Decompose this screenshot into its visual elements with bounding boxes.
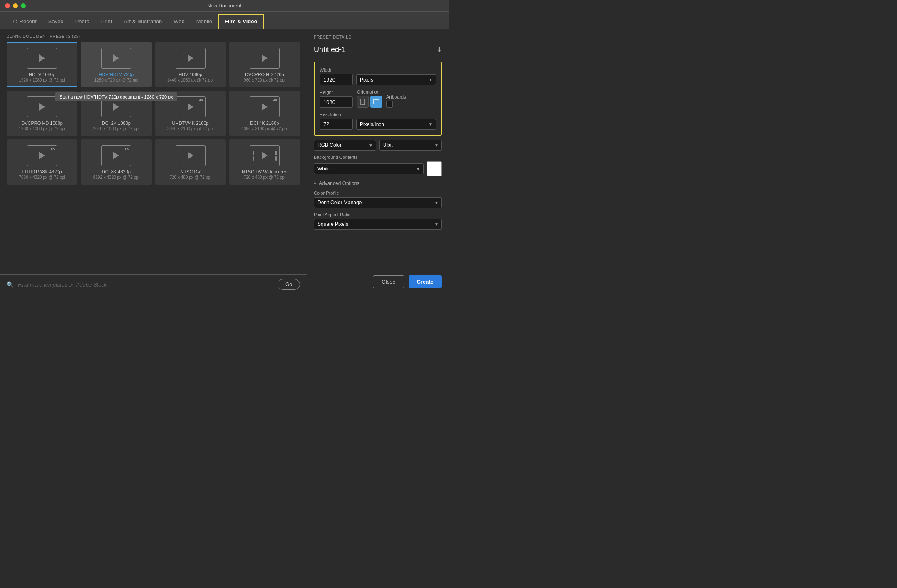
go-button[interactable]: Go <box>278 279 300 290</box>
color-profile-field: Color Profile Don't Color Manage sRGB IE… <box>314 190 442 208</box>
pixel-ratio-select[interactable]: Square Pixels D1/DV NTSC (0.91) D1/DV NT… <box>314 219 442 230</box>
preset-name-dvcprohd1080p: DVCPRO HD 1080p <box>21 121 63 126</box>
color-profile-select[interactable]: Don't Color Manage sRGB IEC61966-2.1 Ado… <box>314 197 442 208</box>
color-mode-select[interactable]: RGB Color CMYK Color Lab Color Grayscale <box>314 140 376 151</box>
preset-dims-hdtv1080p: 1920 x 1080 px @ 72 ppi <box>19 78 65 82</box>
create-button[interactable]: Create <box>409 275 442 288</box>
preset-icon-hdv1080p <box>176 48 206 69</box>
height-field: Height <box>320 90 353 108</box>
preset-icon-uhdtv4k2160p: 4K <box>176 96 206 117</box>
landscape-button[interactable] <box>370 96 382 108</box>
preset-name-dci2k1080p: DCI 2K 1080p <box>102 121 131 126</box>
height-input[interactable] <box>320 96 353 108</box>
preset-dims-ntscdvwide: 720 x 480 px @ 72 ppi <box>244 175 285 180</box>
svg-rect-1 <box>373 100 379 104</box>
color-mode-row: RGB Color CMYK Color Lab Color Grayscale… <box>314 140 442 151</box>
preset-dvcprohd720p[interactable]: DVCPRO HD 720p 960 x 720 px @ 72 ppi <box>229 42 300 87</box>
preset-fuhdtv8k4320p[interactable]: 8K FUHDTV/8K 4320p 7680 x 4320 px @ 72 p… <box>7 139 77 185</box>
tab-saved[interactable]: Saved <box>42 15 69 29</box>
tab-mobile[interactable]: Mobile <box>191 15 218 29</box>
search-icon: 🔍 <box>7 281 14 288</box>
presets-header: BLANK DOCUMENT PRESETS (25) <box>0 29 307 42</box>
preset-icon-hdtv1080p <box>27 48 57 69</box>
play-icon <box>262 152 268 159</box>
advanced-options-toggle[interactable]: ▾ Advanced Options <box>314 180 442 186</box>
bg-contents-select[interactable]: White Black Background Color Transparent… <box>314 163 424 174</box>
preset-dims-dvcprohd1080p: 1280 x 1080 px @ 72 ppi <box>19 126 65 131</box>
preset-details-label: PRESET DETAILS <box>314 35 442 40</box>
maximize-window-button[interactable] <box>21 3 26 8</box>
color-profile-select-wrap: Don't Color Manage sRGB IEC61966-2.1 Ado… <box>314 197 442 208</box>
artboards-checkbox[interactable] <box>386 101 393 108</box>
close-button[interactable]: Close <box>373 275 404 288</box>
preset-dims-hdvhdtv720p: 1280 x 720 px @ 72 ppi <box>94 78 138 82</box>
tab-print[interactable]: Print <box>95 15 118 29</box>
preset-ntscdvwide[interactable]: NTSC DV Widescreen 720 x 480 px @ 72 ppi <box>229 139 300 185</box>
preset-dci2k1080p[interactable]: 2K DCI 2K 1080p 2048 x 1080 px @ 72 ppi <box>81 91 151 136</box>
document-name-input[interactable] <box>314 45 436 54</box>
save-preset-icon[interactable]: ⬇ <box>436 46 442 54</box>
preset-dims-dci4k2160p: 4096 x 2160 px @ 72 ppi <box>241 126 287 131</box>
preset-name-dci8k4320p: DCI 8K 4320p <box>102 169 131 174</box>
search-input-placeholder[interactable]: Find more templates on Adobe Stock <box>18 282 273 288</box>
tab-photo[interactable]: Photo <box>69 15 95 29</box>
width-label: Width <box>320 67 436 72</box>
preset-name-dvcprohd720p: DVCPRO HD 720p <box>245 72 284 77</box>
preset-dci4k2160p[interactable]: 4K DCI 4K 2160p 4096 x 2160 px @ 72 ppi <box>229 91 300 136</box>
height-orientation-row: Height Orientation <box>320 89 436 108</box>
main-layout: BLANK DOCUMENT PRESETS (25) HDTV 1080p 1… <box>0 29 448 294</box>
tab-recent[interactable]: ⏱ Recent <box>7 15 42 29</box>
preset-icon-dci8k4320p: 8K <box>101 145 131 166</box>
resolution-input[interactable] <box>320 119 353 130</box>
tab-web[interactable]: Web <box>168 15 191 29</box>
color-profile-label: Color Profile <box>314 190 442 195</box>
presets-grid: HDTV 1080p 1920 x 1080 px @ 72 ppi HDV/H… <box>0 42 307 274</box>
play-icon <box>39 54 45 62</box>
bottom-buttons: Close Create <box>314 271 442 288</box>
preset-dims-dvcprohd720p: 960 x 720 px @ 72 ppi <box>244 78 285 82</box>
preset-hdtv1080p[interactable]: HDTV 1080p 1920 x 1080 px @ 72 ppi <box>7 42 77 87</box>
preset-hdvhdtv720p[interactable]: HDV/HDTV 720p 1280 x 720 px @ 72 ppi Sta… <box>81 42 151 87</box>
height-orient-row: Height Orientation <box>320 89 436 108</box>
orientation-field: Orientation <box>357 89 382 108</box>
close-window-button[interactable] <box>5 3 10 8</box>
bg-contents-row: White Black Background Color Transparent… <box>314 161 442 176</box>
preset-uhdtv4k2160p[interactable]: 4K UHDTV/4K 2160p 3840 x 2160 px @ 72 pp… <box>155 91 226 136</box>
resolution-field: Resolution Pixels/Inch Pixels/Centimeter… <box>320 112 436 130</box>
preset-ntscdv[interactable]: NTSC DV 720 x 480 px @ 72 ppi <box>155 139 226 185</box>
bg-contents-select-wrap: White Black Background Color Transparent… <box>314 163 424 174</box>
preset-dims-dci2k1080p: 2048 x 1080 px @ 72 ppi <box>93 126 139 131</box>
bg-color-swatch[interactable] <box>427 161 442 176</box>
badge-4k-dci: 4K <box>273 98 278 102</box>
dimensions-box: Width Pixels Inches Centimeters Millimet… <box>314 62 442 136</box>
width-row: Pixels Inches Centimeters Millimeters ▼ <box>320 74 436 85</box>
titlebar: New Document <box>0 0 448 12</box>
portrait-icon <box>360 99 365 105</box>
portrait-button[interactable] <box>357 96 369 108</box>
preset-dims-hdv1080p: 1440 x 1080 px @ 72 ppi <box>167 78 213 82</box>
preset-name-fuhdtv8k4320p: FUHDTV/8K 4320p <box>22 169 62 174</box>
window-title: New Document <box>207 3 241 9</box>
width-unit-select[interactable]: Pixels Inches Centimeters Millimeters <box>356 74 436 85</box>
preset-dims-ntscdv: 720 x 480 px @ 72 ppi <box>170 175 211 180</box>
preset-dci8k4320p[interactable]: 8K DCI 8K 4320p 8192 x 4320 px @ 72 ppi <box>81 139 151 185</box>
preset-name-ntscdvwide: NTSC DV Widescreen <box>242 169 287 174</box>
preset-name-ntscdv: NTSC DV <box>180 169 200 174</box>
bit-depth-select-wrap: 8 bit 16 bit 32 bit ▼ <box>379 140 442 151</box>
preset-dvcprohd1080p[interactable]: DVCPRO HD 1080p 1280 x 1080 px @ 72 ppi <box>7 91 77 136</box>
resolution-unit-select[interactable]: Pixels/Inch Pixels/Centimeter <box>356 119 436 130</box>
tab-film-video[interactable]: Film & Video <box>218 14 264 29</box>
right-panel: PRESET DETAILS ⬇ Width Pixels Inches Cen… <box>307 29 448 294</box>
tab-art-illustration[interactable]: Art & Illustration <box>118 15 168 29</box>
resolution-unit-select-wrap: Pixels/Inch Pixels/Centimeter ▼ <box>356 119 436 130</box>
preset-icon-dvcprohd720p <box>250 48 280 69</box>
orientation-label: Orientation <box>357 89 382 94</box>
bit-depth-select[interactable]: 8 bit 16 bit 32 bit <box>379 140 442 151</box>
preset-icon-fuhdtv8k4320p: 8K <box>27 145 57 166</box>
minimize-window-button[interactable] <box>13 3 18 8</box>
preset-icon-dvcprohd1080p <box>27 96 57 117</box>
width-input[interactable] <box>320 74 353 85</box>
play-icon <box>113 103 119 111</box>
preset-hdv1080p[interactable]: HDV 1080p 1440 x 1080 px @ 72 ppi <box>155 42 226 87</box>
preset-icon-ntscdvwide <box>250 145 280 166</box>
